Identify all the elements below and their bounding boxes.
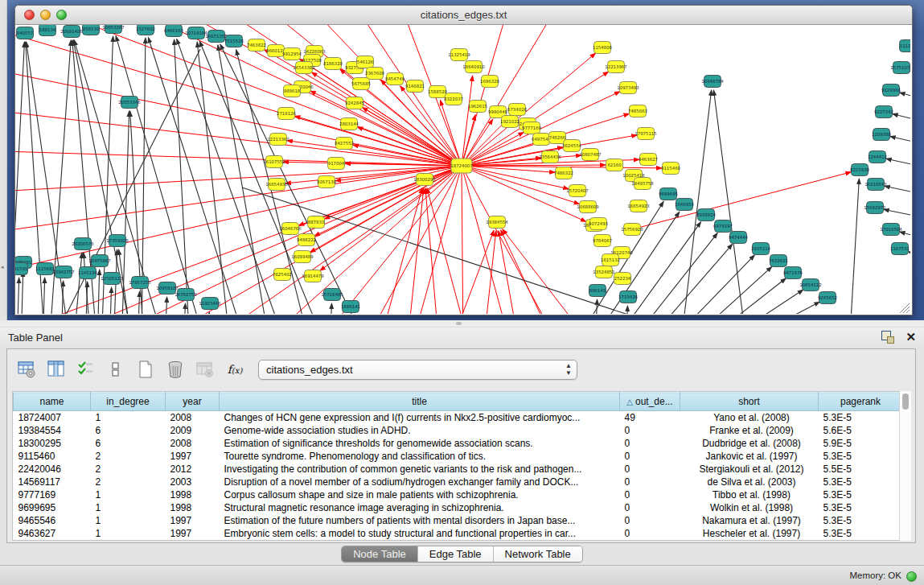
cell[interactable]: 1998 [166,488,220,501]
cell[interactable]: 18300295 [14,437,91,450]
cell[interactable]: Changes of HCN gene expression and I(f) … [220,411,620,425]
table-row[interactable]: 946362711997Embryonic stem cells: a mode… [14,527,903,540]
cell[interactable]: 5.6E-5 [819,424,903,437]
graph-edge[interactable] [21,271,23,314]
table-row[interactable]: 969969511998Structural magnetic resonanc… [14,501,903,514]
graph-edge[interactable] [890,136,910,146]
graph-edge[interactable] [682,266,772,314]
table-row[interactable]: 1872400712008Changes of HCN gene express… [14,411,903,425]
cell[interactable]: 5.9E-5 [819,437,903,450]
graph-edge[interactable] [900,93,910,102]
cell[interactable]: 0 [620,437,680,450]
cell[interactable]: 49 [620,411,680,425]
table-row[interactable]: 1938455462009Genome-wide association stu… [14,424,903,437]
table-row[interactable]: 911546021997Tourette syndrome. Phenomeno… [14,450,903,463]
cell[interactable]: 0 [620,488,680,501]
graph-edge[interactable] [626,233,717,314]
cell[interactable]: 5.3E-5 [819,411,903,425]
cell[interactable]: Structural magnetic resonance image aver… [220,501,620,514]
graph-edge[interactable] [363,166,462,314]
select-columns-icon[interactable] [76,359,97,380]
cell[interactable]: 22420046 [14,463,91,476]
cell[interactable]: Genome-wide association studies in ADHD. [220,424,620,437]
column-header-short[interactable]: short [680,393,819,411]
memory-status-indicator[interactable] [906,571,917,582]
close-panel-icon[interactable]: ✕ [906,331,916,344]
graph-edge[interactable] [362,108,462,166]
graph-edge[interactable] [165,297,167,314]
cell[interactable]: 9699695 [14,501,91,514]
graph-edge[interactable] [73,253,82,314]
cell[interactable]: 1998 [166,501,220,514]
show-columns-icon[interactable] [46,359,67,380]
cell[interactable]: 5.3E-5 [819,501,903,514]
graph-edge[interactable] [450,230,494,314]
cell[interactable]: 2009 [166,424,220,437]
cell[interactable]: de Silva et al. (2003) [680,476,819,488]
cell[interactable]: 5.5E-5 [819,463,903,476]
graph-edge[interactable] [33,166,462,314]
column-header-year[interactable]: year [166,393,220,411]
cell[interactable]: Embryonic stem cells: a model to study s… [220,527,620,540]
cell[interactable]: Jankovic et al. (1997) [680,450,819,463]
graph-edge[interactable] [109,287,112,314]
network-canvas[interactable]: 9405571881342069140685813010653287152760… [15,25,910,314]
cell[interactable]: 1 [91,527,166,540]
table-row[interactable]: 1830029562008Estimation of significance … [14,437,903,450]
graph-edge[interactable] [595,299,598,314]
cell[interactable]: 0 [620,424,680,437]
cell[interactable]: 2 [91,476,166,488]
function-builder-icon[interactable]: f(x) [224,359,245,380]
cell[interactable]: 2012 [166,463,220,476]
cell[interactable]: 1997 [166,527,220,540]
float-window-icon[interactable] [881,331,894,344]
cell[interactable]: 0 [620,527,680,540]
cell[interactable]: 0 [620,514,680,527]
table-row[interactable]: 1456911722003Disruption of a novel membe… [14,476,903,488]
graph-edge[interactable] [175,39,190,314]
graph-edge[interactable] [218,45,270,314]
cell[interactable]: 6 [91,437,166,450]
graph-edge[interactable] [483,231,496,314]
cell[interactable]: 9777169 [14,488,91,501]
cell[interactable]: 2 [91,450,166,463]
cell[interactable]: 19384554 [14,424,91,437]
cell[interactable]: Tibbo et al. (1998) [680,488,819,501]
graph-edge[interactable] [696,278,786,314]
graph-edge[interactable] [886,159,910,169]
cell[interactable]: 9465546 [14,514,91,527]
cell[interactable]: 0 [620,463,680,476]
cell[interactable]: 1 [91,411,166,425]
graph-edge[interactable] [503,229,589,314]
scrollbar-thumb[interactable] [902,393,909,410]
cell[interactable]: 1 [91,501,166,514]
cell[interactable]: 9463627 [14,527,91,540]
cell[interactable]: Nakamura et al. (1997) [680,514,819,527]
row-options-icon[interactable] [105,359,126,380]
graph-edge[interactable] [501,230,556,314]
graph-edge[interactable] [908,252,910,261]
change-table-mode-icon[interactable] [16,359,37,380]
cell[interactable]: Investigating the contribution of common… [220,463,620,476]
cell[interactable]: 14569117 [14,476,91,488]
cell[interactable]: 0 [620,501,680,514]
cell[interactable]: 1 [91,488,166,501]
delete-attribute-icon[interactable] [165,359,186,380]
cell[interactable]: 1997 [166,450,220,463]
cell[interactable]: 1997 [166,514,220,527]
cell[interactable]: 18724007 [14,411,91,425]
graph-edge[interactable] [43,278,45,314]
cell[interactable]: 9115460 [14,450,91,463]
cell[interactable]: Yano et al. (2008) [680,411,819,425]
cell[interactable]: Estimation of the future numbers of pati… [220,514,620,527]
column-header-title[interactable]: title [220,393,620,411]
graph-edge[interactable] [499,231,519,314]
cell[interactable]: Tourette syndrome. Phenomenology and cla… [220,450,620,463]
cell[interactable]: 0 [620,450,680,463]
graph-edge[interactable] [330,303,332,314]
graph-edge[interactable] [97,270,100,314]
graph-edge[interactable] [626,306,627,314]
cell[interactable]: 0 [620,476,680,488]
graph-edge[interactable] [148,37,246,314]
tab-node-table[interactable]: Node Table [342,546,417,562]
